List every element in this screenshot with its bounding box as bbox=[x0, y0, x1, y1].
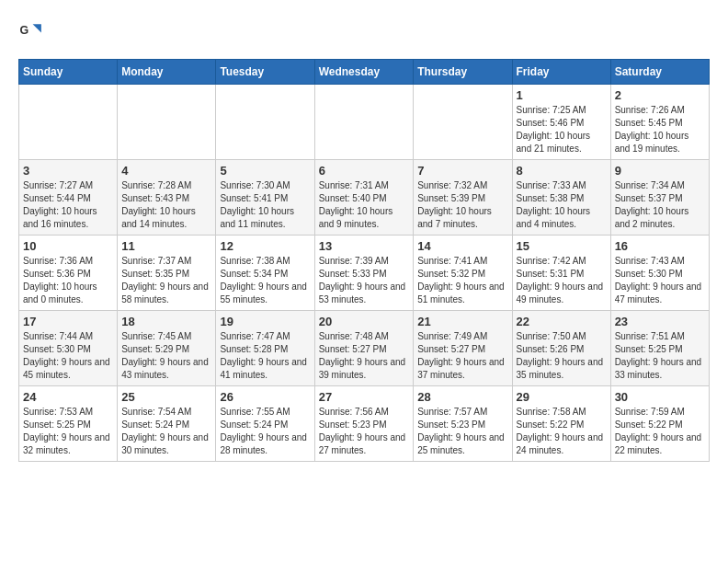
day-cell bbox=[19, 85, 118, 160]
day-cell: 12Sunrise: 7:38 AM Sunset: 5:34 PM Dayli… bbox=[216, 236, 314, 311]
day-number: 25 bbox=[121, 390, 211, 404]
day-info: Sunrise: 7:50 AM Sunset: 5:26 PM Dayligh… bbox=[517, 330, 607, 382]
day-number: 10 bbox=[23, 239, 113, 253]
day-info: Sunrise: 7:44 AM Sunset: 5:30 PM Dayligh… bbox=[23, 330, 113, 382]
day-cell: 18Sunrise: 7:45 AM Sunset: 5:29 PM Dayli… bbox=[118, 311, 216, 386]
day-cell: 6Sunrise: 7:31 AM Sunset: 5:40 PM Daylig… bbox=[314, 160, 414, 236]
day-number: 18 bbox=[121, 315, 211, 328]
calendar-table: SundayMondayTuesdayWednesdayThursdayFrid… bbox=[18, 59, 710, 462]
day-cell: 15Sunrise: 7:42 AM Sunset: 5:31 PM Dayli… bbox=[512, 236, 610, 311]
logo-icon: G bbox=[18, 18, 44, 44]
day-info: Sunrise: 7:57 AM Sunset: 5:23 PM Dayligh… bbox=[417, 406, 507, 457]
day-info: Sunrise: 7:45 AM Sunset: 5:29 PM Dayligh… bbox=[121, 330, 211, 382]
day-cell: 11Sunrise: 7:37 AM Sunset: 5:35 PM Dayli… bbox=[118, 236, 216, 311]
day-cell: 5Sunrise: 7:30 AM Sunset: 5:41 PM Daylig… bbox=[216, 160, 314, 236]
day-number: 13 bbox=[319, 239, 410, 253]
day-number: 22 bbox=[517, 315, 607, 328]
day-cell bbox=[414, 85, 512, 160]
day-number: 6 bbox=[319, 164, 410, 178]
week-row-1: 1Sunrise: 7:25 AM Sunset: 5:46 PM Daylig… bbox=[19, 85, 710, 160]
day-info: Sunrise: 7:25 AM Sunset: 5:46 PM Dayligh… bbox=[517, 104, 607, 155]
day-cell: 9Sunrise: 7:34 AM Sunset: 5:37 PM Daylig… bbox=[610, 160, 709, 236]
day-cell: 20Sunrise: 7:48 AM Sunset: 5:27 PM Dayli… bbox=[314, 311, 414, 386]
week-row-2: 3Sunrise: 7:27 AM Sunset: 5:44 PM Daylig… bbox=[19, 160, 710, 236]
day-cell: 7Sunrise: 7:32 AM Sunset: 5:39 PM Daylig… bbox=[414, 160, 512, 236]
day-cell: 29Sunrise: 7:58 AM Sunset: 5:22 PM Dayli… bbox=[512, 386, 610, 462]
day-cell: 28Sunrise: 7:57 AM Sunset: 5:23 PM Dayli… bbox=[414, 386, 512, 462]
day-number: 5 bbox=[220, 164, 310, 178]
day-info: Sunrise: 7:27 AM Sunset: 5:44 PM Dayligh… bbox=[23, 179, 113, 231]
day-number: 20 bbox=[319, 315, 410, 328]
day-info: Sunrise: 7:41 AM Sunset: 5:32 PM Dayligh… bbox=[417, 255, 507, 306]
day-cell: 3Sunrise: 7:27 AM Sunset: 5:44 PM Daylig… bbox=[19, 160, 118, 236]
day-cell: 23Sunrise: 7:51 AM Sunset: 5:25 PM Dayli… bbox=[610, 311, 709, 386]
day-info: Sunrise: 7:54 AM Sunset: 5:24 PM Dayligh… bbox=[121, 406, 211, 457]
day-number: 17 bbox=[23, 315, 113, 328]
day-info: Sunrise: 7:55 AM Sunset: 5:24 PM Dayligh… bbox=[220, 406, 310, 457]
svg-text:G: G bbox=[20, 24, 29, 37]
day-info: Sunrise: 7:30 AM Sunset: 5:41 PM Dayligh… bbox=[220, 179, 310, 231]
day-number: 15 bbox=[517, 239, 607, 253]
day-cell: 13Sunrise: 7:39 AM Sunset: 5:33 PM Dayli… bbox=[314, 236, 414, 311]
day-number: 24 bbox=[23, 390, 113, 404]
day-info: Sunrise: 7:37 AM Sunset: 5:35 PM Dayligh… bbox=[121, 255, 211, 306]
page-header: G bbox=[18, 18, 710, 44]
day-number: 12 bbox=[220, 239, 310, 253]
day-info: Sunrise: 7:49 AM Sunset: 5:27 PM Dayligh… bbox=[417, 330, 507, 382]
day-number: 11 bbox=[121, 239, 211, 253]
day-cell: 4Sunrise: 7:28 AM Sunset: 5:43 PM Daylig… bbox=[118, 160, 216, 236]
calendar-header: SundayMondayTuesdayWednesdayThursdayFrid… bbox=[19, 60, 710, 85]
day-cell: 19Sunrise: 7:47 AM Sunset: 5:28 PM Dayli… bbox=[216, 311, 314, 386]
day-header-sunday: Sunday bbox=[19, 60, 118, 85]
day-cell bbox=[118, 85, 216, 160]
day-info: Sunrise: 7:38 AM Sunset: 5:34 PM Dayligh… bbox=[220, 255, 310, 306]
day-number: 27 bbox=[319, 390, 410, 404]
day-info: Sunrise: 7:32 AM Sunset: 5:39 PM Dayligh… bbox=[417, 179, 507, 231]
day-number: 1 bbox=[517, 88, 607, 102]
day-number: 19 bbox=[220, 315, 310, 328]
week-row-5: 24Sunrise: 7:53 AM Sunset: 5:25 PM Dayli… bbox=[19, 386, 710, 462]
header-row: SundayMondayTuesdayWednesdayThursdayFrid… bbox=[19, 60, 710, 85]
day-cell: 16Sunrise: 7:43 AM Sunset: 5:30 PM Dayli… bbox=[610, 236, 709, 311]
logo: G bbox=[18, 18, 48, 44]
day-info: Sunrise: 7:59 AM Sunset: 5:22 PM Dayligh… bbox=[615, 406, 705, 457]
day-info: Sunrise: 7:53 AM Sunset: 5:25 PM Dayligh… bbox=[23, 406, 113, 457]
day-info: Sunrise: 7:56 AM Sunset: 5:23 PM Dayligh… bbox=[319, 406, 410, 457]
day-header-tuesday: Tuesday bbox=[216, 60, 314, 85]
day-cell: 26Sunrise: 7:55 AM Sunset: 5:24 PM Dayli… bbox=[216, 386, 314, 462]
day-cell: 30Sunrise: 7:59 AM Sunset: 5:22 PM Dayli… bbox=[610, 386, 709, 462]
day-cell: 14Sunrise: 7:41 AM Sunset: 5:32 PM Dayli… bbox=[414, 236, 512, 311]
week-row-4: 17Sunrise: 7:44 AM Sunset: 5:30 PM Dayli… bbox=[19, 311, 710, 386]
day-info: Sunrise: 7:42 AM Sunset: 5:31 PM Dayligh… bbox=[517, 255, 607, 306]
day-info: Sunrise: 7:48 AM Sunset: 5:27 PM Dayligh… bbox=[319, 330, 410, 382]
day-header-wednesday: Wednesday bbox=[314, 60, 414, 85]
svg-marker-1 bbox=[33, 24, 41, 32]
day-number: 26 bbox=[220, 390, 310, 404]
day-info: Sunrise: 7:39 AM Sunset: 5:33 PM Dayligh… bbox=[319, 255, 410, 306]
day-number: 29 bbox=[517, 390, 607, 404]
day-number: 8 bbox=[517, 164, 607, 178]
day-header-thursday: Thursday bbox=[414, 60, 512, 85]
day-cell: 24Sunrise: 7:53 AM Sunset: 5:25 PM Dayli… bbox=[19, 386, 118, 462]
day-header-monday: Monday bbox=[118, 60, 216, 85]
day-header-saturday: Saturday bbox=[610, 60, 709, 85]
week-row-3: 10Sunrise: 7:36 AM Sunset: 5:36 PM Dayli… bbox=[19, 236, 710, 311]
day-cell: 10Sunrise: 7:36 AM Sunset: 5:36 PM Dayli… bbox=[19, 236, 118, 311]
day-info: Sunrise: 7:58 AM Sunset: 5:22 PM Dayligh… bbox=[517, 406, 607, 457]
day-cell bbox=[216, 85, 314, 160]
day-info: Sunrise: 7:36 AM Sunset: 5:36 PM Dayligh… bbox=[23, 255, 113, 306]
day-number: 9 bbox=[615, 164, 705, 178]
day-cell: 27Sunrise: 7:56 AM Sunset: 5:23 PM Dayli… bbox=[314, 386, 414, 462]
day-cell: 22Sunrise: 7:50 AM Sunset: 5:26 PM Dayli… bbox=[512, 311, 610, 386]
day-cell: 21Sunrise: 7:49 AM Sunset: 5:27 PM Dayli… bbox=[414, 311, 512, 386]
day-info: Sunrise: 7:26 AM Sunset: 5:45 PM Dayligh… bbox=[615, 104, 705, 155]
day-info: Sunrise: 7:34 AM Sunset: 5:37 PM Dayligh… bbox=[615, 179, 705, 231]
day-cell: 25Sunrise: 7:54 AM Sunset: 5:24 PM Dayli… bbox=[118, 386, 216, 462]
day-number: 14 bbox=[417, 239, 507, 253]
day-number: 21 bbox=[417, 315, 507, 328]
day-number: 7 bbox=[417, 164, 507, 178]
day-cell: 8Sunrise: 7:33 AM Sunset: 5:38 PM Daylig… bbox=[512, 160, 610, 236]
day-cell bbox=[314, 85, 414, 160]
day-info: Sunrise: 7:33 AM Sunset: 5:38 PM Dayligh… bbox=[517, 179, 607, 231]
day-info: Sunrise: 7:51 AM Sunset: 5:25 PM Dayligh… bbox=[615, 330, 705, 382]
